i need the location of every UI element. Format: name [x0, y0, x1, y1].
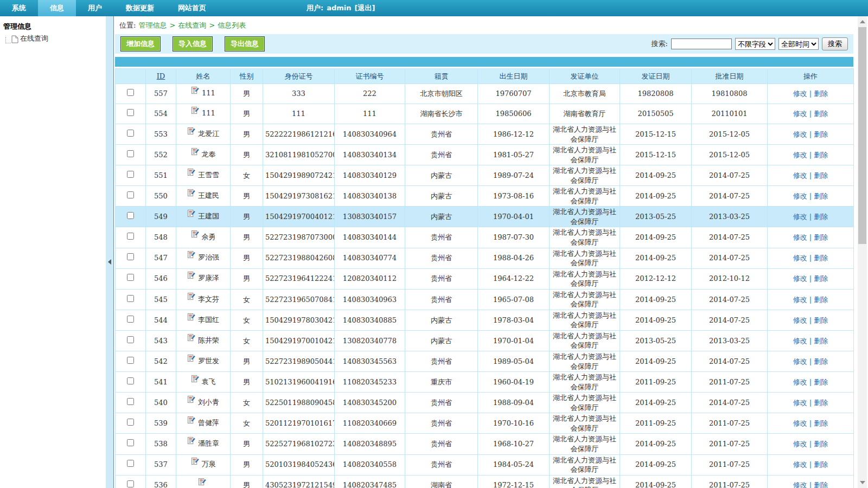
edit-link[interactable]: 修改	[793, 213, 807, 221]
row-checkbox[interactable]	[127, 130, 134, 137]
edit-doc-icon[interactable]	[187, 416, 195, 427]
row-checkbox[interactable]	[127, 398, 134, 405]
export-info-button[interactable]: 导出信息	[225, 36, 265, 52]
edit-doc-icon[interactable]	[187, 209, 195, 220]
edit-doc-icon[interactable]	[191, 147, 199, 158]
delete-link[interactable]: 删除	[814, 481, 828, 488]
edit-doc-icon[interactable]	[191, 230, 199, 241]
delete-link[interactable]: 删除	[814, 337, 828, 345]
delete-link[interactable]: 删除	[814, 460, 828, 468]
row-checkbox[interactable]	[127, 316, 134, 323]
collapse-arrow-icon[interactable]	[108, 259, 111, 265]
delete-link[interactable]: 删除	[814, 130, 828, 138]
vertical-scrollbar[interactable]	[858, 16, 867, 488]
edit-doc-icon[interactable]	[187, 436, 195, 447]
edit-link[interactable]: 修改	[793, 378, 807, 386]
edit-doc-icon[interactable]	[187, 168, 195, 179]
row-checkbox[interactable]	[127, 233, 134, 240]
edit-link[interactable]: 修改	[793, 440, 807, 448]
add-info-button[interactable]: 增加信息	[120, 36, 161, 52]
row-checkbox[interactable]	[127, 109, 134, 116]
edit-doc-icon[interactable]	[198, 478, 206, 488]
sidebar-splitter[interactable]	[106, 16, 114, 488]
edit-link[interactable]: 修改	[793, 460, 807, 468]
edit-link[interactable]: 修改	[793, 254, 807, 262]
row-checkbox[interactable]	[127, 150, 134, 157]
edit-doc-icon[interactable]	[187, 251, 195, 261]
edit-link[interactable]: 修改	[793, 357, 807, 365]
delete-link[interactable]: 删除	[814, 296, 828, 304]
edit-doc-icon[interactable]	[187, 271, 195, 282]
edit-link[interactable]: 修改	[793, 274, 807, 282]
row-checkbox[interactable]	[127, 439, 134, 446]
edit-link[interactable]: 修改	[793, 130, 807, 138]
edit-doc-icon[interactable]	[191, 86, 199, 97]
scroll-up-arrow-icon[interactable]	[860, 20, 865, 23]
row-checkbox[interactable]	[127, 357, 134, 364]
breadcrumb-link-2[interactable]: 在线查询	[178, 21, 206, 30]
edit-link[interactable]: 修改	[793, 399, 807, 407]
delete-link[interactable]: 删除	[814, 151, 828, 159]
tab-system[interactable]: 系统	[0, 0, 38, 16]
edit-doc-icon[interactable]	[187, 313, 195, 324]
row-checkbox[interactable]	[127, 274, 134, 281]
scrollbar-thumb[interactable]	[858, 27, 866, 244]
delete-link[interactable]: 删除	[814, 419, 828, 427]
delete-link[interactable]: 删除	[814, 399, 828, 407]
edit-doc-icon[interactable]	[191, 375, 199, 386]
search-button[interactable]: 搜索	[822, 37, 848, 50]
edit-doc-icon[interactable]	[187, 189, 195, 200]
delete-link[interactable]: 删除	[814, 89, 828, 98]
edit-link[interactable]: 修改	[793, 171, 807, 179]
breadcrumb-link-3[interactable]: 信息列表	[218, 21, 246, 30]
sidebar-item-online-query[interactable]: 在线查询	[5, 34, 103, 43]
edit-link[interactable]: 修改	[793, 296, 807, 304]
row-checkbox[interactable]	[127, 253, 134, 260]
edit-doc-icon[interactable]	[191, 106, 199, 117]
row-checkbox[interactable]	[127, 191, 134, 198]
logout-link[interactable]: [退出]	[355, 0, 375, 16]
delete-link[interactable]: 删除	[814, 378, 828, 386]
delete-link[interactable]: 删除	[814, 171, 828, 179]
edit-link[interactable]: 修改	[793, 481, 807, 488]
field-filter-select[interactable]: 不限字段	[735, 38, 775, 50]
row-checkbox[interactable]	[127, 377, 134, 384]
row-checkbox[interactable]	[127, 419, 134, 426]
edit-link[interactable]: 修改	[793, 233, 807, 241]
delete-link[interactable]: 删除	[814, 254, 828, 262]
delete-link[interactable]: 删除	[814, 233, 828, 241]
edit-link[interactable]: 修改	[793, 151, 807, 159]
breadcrumb-link-1[interactable]: 管理信息	[138, 21, 167, 30]
time-filter-select[interactable]: 全部时间	[778, 38, 819, 50]
tab-info[interactable]: 信息	[38, 0, 76, 16]
scroll-down-arrow-icon[interactable]	[860, 481, 865, 484]
search-input[interactable]	[671, 38, 732, 49]
edit-doc-icon[interactable]	[187, 333, 195, 344]
edit-link[interactable]: 修改	[793, 89, 807, 98]
edit-link[interactable]: 修改	[793, 316, 807, 324]
delete-link[interactable]: 删除	[814, 274, 828, 282]
tab-data-update[interactable]: 数据更新	[114, 0, 166, 16]
delete-link[interactable]: 删除	[814, 357, 828, 365]
tab-site-home[interactable]: 网站首页	[166, 0, 218, 16]
edit-link[interactable]: 修改	[793, 419, 807, 427]
import-info-button[interactable]: 导入信息	[173, 36, 213, 52]
row-checkbox[interactable]	[127, 171, 134, 178]
delete-link[interactable]: 删除	[814, 110, 828, 118]
row-checkbox[interactable]	[127, 89, 134, 96]
edit-doc-icon[interactable]	[187, 395, 195, 406]
tab-user[interactable]: 用户	[76, 0, 114, 16]
row-checkbox[interactable]	[127, 336, 134, 343]
row-checkbox[interactable]	[127, 295, 134, 302]
delete-link[interactable]: 删除	[814, 192, 828, 200]
edit-doc-icon[interactable]	[187, 354, 195, 365]
edit-link[interactable]: 修改	[793, 110, 807, 118]
row-checkbox[interactable]	[127, 460, 134, 467]
edit-link[interactable]: 修改	[793, 337, 807, 345]
row-checkbox[interactable]	[127, 480, 134, 487]
id-sort-link[interactable]: ID	[157, 72, 165, 80]
edit-link[interactable]: 修改	[793, 192, 807, 200]
delete-link[interactable]: 删除	[814, 316, 828, 324]
edit-doc-icon[interactable]	[187, 127, 195, 138]
row-checkbox[interactable]	[127, 212, 134, 219]
